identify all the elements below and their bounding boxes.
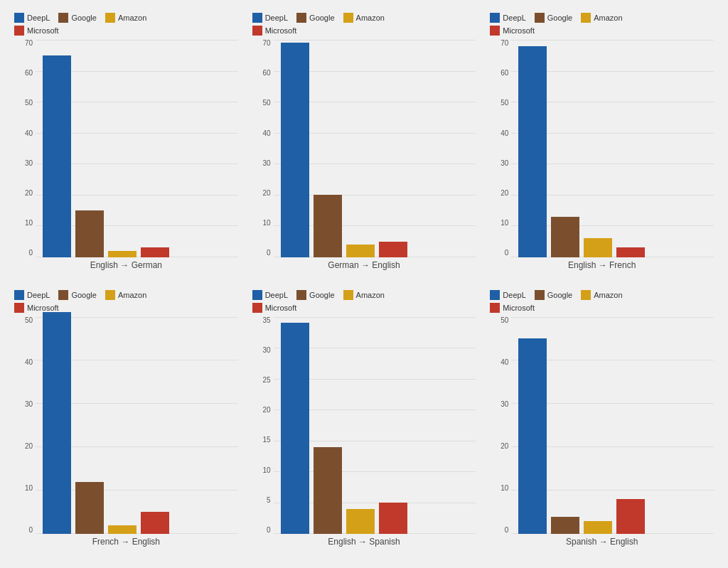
legend-item-amazon: Amazon <box>105 13 146 23</box>
chart-title-1: German → English <box>252 260 476 270</box>
y-axis-2: 706050403020100 <box>490 40 511 257</box>
bar-0-google <box>75 210 104 257</box>
y-label-0-1: 10 <box>25 220 33 227</box>
y-label-0-7: 70 <box>25 40 33 47</box>
legend-label-google: Google <box>309 14 334 22</box>
y-label-1-6: 60 <box>263 70 271 77</box>
legend-row1: DeepLGoogleAmazon <box>490 290 714 300</box>
bar-1-google <box>314 195 342 257</box>
legend-5: DeepLGoogleAmazonMicrosoft <box>490 290 714 313</box>
y-label-4-3: 15 <box>263 436 271 444</box>
legend-color-deepl <box>252 290 262 300</box>
y-label-2-1: 10 <box>500 220 508 227</box>
bar-2-microsoft <box>616 247 645 257</box>
y-label-4-4: 20 <box>263 407 271 414</box>
legend-label-deepl: DeepL <box>27 291 50 299</box>
bars-area-5 <box>511 317 714 535</box>
legend-label-amazon: Amazon <box>118 291 146 299</box>
y-label-2-0: 0 <box>505 250 509 257</box>
chart-title-5: Spanish → English <box>490 537 714 547</box>
y-axis-5: 50403020100 <box>490 317 511 535</box>
legend-item-amazon: Amazon <box>343 13 385 23</box>
y-label-1-4: 40 <box>263 130 271 137</box>
bars-area-4 <box>274 317 476 535</box>
y-label-1-5: 50 <box>263 100 271 107</box>
page: DeepLGoogleAmazonMicrosoft70605040302010… <box>0 0 728 568</box>
legend-color-microsoft <box>252 303 262 313</box>
legend-item-google: Google <box>58 290 96 300</box>
bars-area-3 <box>36 317 238 535</box>
legend-row1: DeepLGoogleAmazon <box>252 290 476 300</box>
legend-color-amazon <box>105 13 115 23</box>
legend-color-deepl <box>490 13 500 23</box>
chart-title-3: French → English <box>14 537 238 547</box>
legend-item-deepl: DeepL <box>14 290 50 300</box>
legend-label-amazon: Amazon <box>594 291 622 299</box>
y-label-2-6: 60 <box>500 70 508 77</box>
legend-item-amazon: Amazon <box>105 290 146 300</box>
legend-item-microsoft: Microsoft <box>490 303 535 313</box>
bar-2-deepl <box>518 46 547 257</box>
y-label-3-2: 20 <box>25 443 33 450</box>
legend-label-google: Google <box>71 291 96 299</box>
legend-color-google <box>58 13 68 23</box>
legend-color-microsoft <box>252 26 262 36</box>
legend-color-amazon <box>343 290 353 300</box>
legend-label-amazon: Amazon <box>356 291 385 299</box>
y-label-1-2: 20 <box>263 190 271 197</box>
chart-area-1: 706050403020100German → English <box>252 40 476 270</box>
legend-row1: DeepLGoogleAmazon <box>14 290 238 300</box>
legend-label-amazon: Amazon <box>594 14 622 22</box>
chart-title-4: English → Spanish <box>252 537 476 547</box>
legend-color-google <box>296 13 306 23</box>
legend-label-deepl: DeepL <box>265 14 288 22</box>
y-label-3-0: 0 <box>28 527 33 534</box>
legend-label-deepl: DeepL <box>503 14 525 22</box>
chart-inner-3: 50403020100 <box>14 317 238 535</box>
y-label-2-4: 40 <box>500 130 508 137</box>
chart-title-0: English → German <box>14 260 238 270</box>
y-label-0-4: 40 <box>25 130 33 137</box>
y-label-5-1: 10 <box>500 485 508 492</box>
legend-item-microsoft: Microsoft <box>14 303 59 313</box>
chart-3: DeepLGoogleAmazonMicrosoft50403020100Fre… <box>7 284 245 562</box>
legend-color-amazon <box>581 13 591 23</box>
y-axis-4: 35302520151050 <box>252 317 274 535</box>
y-label-1-3: 30 <box>263 160 271 167</box>
chart-2: DeepLGoogleAmazonMicrosoft70605040302010… <box>483 7 721 284</box>
chart-4: DeepLGoogleAmazonMicrosoft35302520151050… <box>245 284 483 562</box>
y-label-2-3: 30 <box>500 160 508 167</box>
y-label-0-5: 50 <box>25 100 33 107</box>
legend-4: DeepLGoogleAmazonMicrosoft <box>252 290 476 313</box>
legend-item-microsoft: Microsoft <box>252 26 297 36</box>
legend-item-amazon: Amazon <box>343 290 385 300</box>
legend-row1: DeepLGoogleAmazon <box>252 13 476 23</box>
bar-5-amazon <box>584 521 612 534</box>
legend-color-microsoft <box>490 303 500 313</box>
bar-1-amazon <box>346 245 375 257</box>
chart-area-0: 706050403020100English → German <box>14 40 238 270</box>
legend-color-microsoft <box>14 26 24 36</box>
chart-1: DeepLGoogleAmazonMicrosoft70605040302010… <box>245 7 483 284</box>
legend-item-microsoft: Microsoft <box>490 26 535 36</box>
legend-item-deepl: DeepL <box>252 13 288 23</box>
legend-item-deepl: DeepL <box>490 13 525 23</box>
legend-item-deepl: DeepL <box>252 290 288 300</box>
bars-area-0 <box>36 40 238 257</box>
y-label-5-0: 0 <box>505 527 509 534</box>
bar-5-google <box>551 517 579 534</box>
chart-inner-5: 50403020100 <box>490 317 714 535</box>
legend-color-amazon <box>343 13 353 23</box>
legend-item-google: Google <box>296 13 334 23</box>
legend-label-google: Google <box>547 14 572 22</box>
legend-item-microsoft: Microsoft <box>14 26 59 36</box>
legend-row2: Microsoft <box>490 303 714 313</box>
legend-label-microsoft: Microsoft <box>503 304 535 312</box>
legend-row2: Microsoft <box>252 303 476 313</box>
y-label-1-1: 10 <box>263 220 271 227</box>
y-label-2-2: 20 <box>500 190 508 197</box>
legend-label-amazon: Amazon <box>356 14 385 22</box>
bar-3-amazon <box>108 525 136 534</box>
bar-5-microsoft <box>616 499 645 534</box>
legend-item-amazon: Amazon <box>581 290 622 300</box>
